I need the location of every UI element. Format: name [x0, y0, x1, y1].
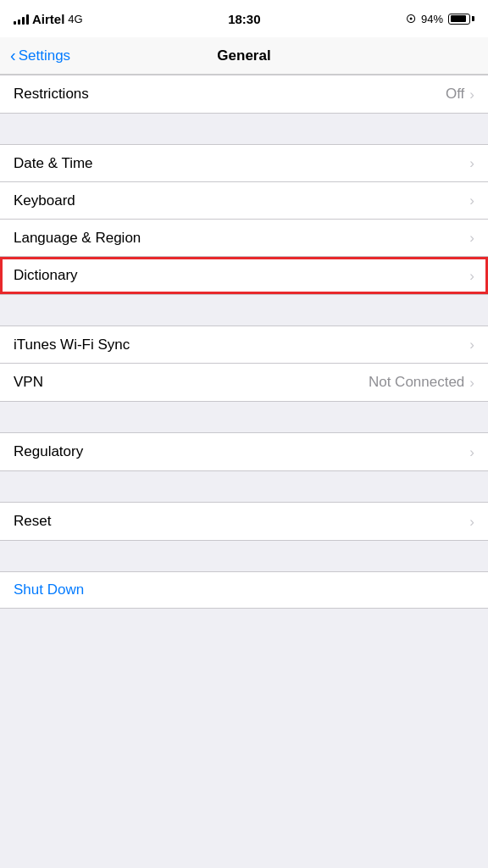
restrictions-label: Restrictions	[14, 86, 89, 103]
vpn-label: VPN	[14, 374, 43, 391]
battery-icon	[448, 14, 474, 25]
dictionary-row[interactable]: Dictionary ›	[0, 257, 488, 294]
sync-table: iTunes Wi-Fi Sync › VPN Not Connected ›	[0, 326, 488, 402]
shutdown-row[interactable]: Shut Down	[0, 571, 488, 609]
itunes-wifi-sync-row[interactable]: iTunes Wi-Fi Sync ›	[0, 326, 488, 364]
network-type-label: 4G	[68, 13, 82, 25]
signal-icon	[14, 13, 29, 25]
dictionary-chevron-icon: ›	[469, 269, 474, 283]
language-region-label: Language & Region	[14, 230, 141, 247]
itunes-wifi-sync-label: iTunes Wi-Fi Sync	[14, 337, 130, 353]
keyboard-chevron-icon: ›	[469, 193, 474, 208]
reset-section: Reset ›	[0, 502, 488, 541]
restrictions-section: Restrictions Off ›	[0, 75, 488, 114]
regulatory-table: Regulatory ›	[0, 432, 488, 471]
back-chevron-icon: ‹	[10, 47, 16, 64]
itunes-wifi-sync-chevron-icon: ›	[469, 337, 474, 352]
back-button[interactable]: ‹ Settings	[0, 47, 77, 64]
wifi-icon: ☉	[406, 13, 416, 25]
language-region-row[interactable]: Language & Region ›	[0, 220, 488, 257]
gap-5	[0, 541, 488, 571]
vpn-row[interactable]: VPN Not Connected ›	[0, 364, 488, 401]
status-right: ☉ 94%	[406, 13, 474, 25]
datetime-section: Date & Time › Keyboard › Language & Regi…	[0, 144, 488, 295]
reset-chevron-icon: ›	[469, 515, 474, 529]
dictionary-label: Dictionary	[14, 267, 78, 284]
shutdown-section: Shut Down	[0, 571, 488, 609]
sync-section: iTunes Wi-Fi Sync › VPN Not Connected ›	[0, 326, 488, 402]
restrictions-chevron-icon: ›	[469, 87, 474, 102]
status-bar: Airtel 4G 18:30 ☉ 94%	[0, 0, 488, 37]
date-time-chevron-icon: ›	[469, 156, 474, 170]
vpn-value: Not Connected	[369, 374, 464, 391]
battery-percent: 94%	[421, 13, 443, 25]
gap-2	[0, 295, 488, 326]
regulatory-section: Regulatory ›	[0, 432, 488, 471]
reset-label: Reset	[14, 513, 51, 530]
regulatory-label: Regulatory	[14, 443, 83, 460]
restrictions-value: Off	[446, 86, 464, 103]
datetime-table: Date & Time › Keyboard › Language & Regi…	[0, 144, 488, 295]
status-time: 18:30	[228, 12, 260, 26]
language-region-chevron-icon: ›	[469, 231, 474, 245]
regulatory-row[interactable]: Regulatory ›	[0, 433, 488, 470]
gap-4	[0, 471, 488, 502]
keyboard-row[interactable]: Keyboard ›	[0, 182, 488, 220]
gap-3	[0, 402, 488, 432]
reset-row[interactable]: Reset ›	[0, 503, 488, 540]
gap-1	[0, 114, 488, 144]
reset-table: Reset ›	[0, 502, 488, 541]
page-title: General	[217, 47, 270, 64]
date-time-row[interactable]: Date & Time ›	[0, 145, 488, 182]
status-left: Airtel 4G	[14, 12, 83, 26]
regulatory-chevron-icon: ›	[469, 445, 474, 459]
keyboard-label: Keyboard	[14, 192, 75, 209]
restrictions-row[interactable]: Restrictions Off ›	[0, 75, 488, 113]
carrier-label: Airtel	[32, 12, 64, 26]
nav-bar: ‹ Settings General	[0, 37, 488, 75]
shutdown-label: Shut Down	[14, 581, 84, 598]
restrictions-table: Restrictions Off ›	[0, 75, 488, 114]
vpn-chevron-icon: ›	[469, 376, 474, 390]
date-time-label: Date & Time	[14, 155, 93, 172]
back-label: Settings	[19, 47, 70, 64]
